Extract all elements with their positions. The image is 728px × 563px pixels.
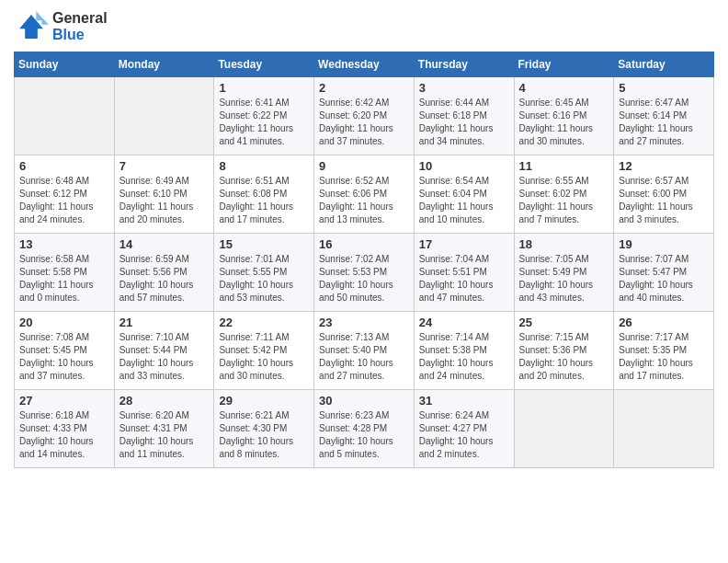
logo-icon <box>14 9 49 44</box>
day-info: Sunrise: 6:42 AM Sunset: 6:20 PM Dayligh… <box>319 97 409 148</box>
calendar-cell: 28Sunrise: 6:20 AM Sunset: 4:31 PM Dayli… <box>114 390 214 468</box>
day-number: 8 <box>219 159 309 173</box>
day-number: 12 <box>619 159 709 173</box>
calendar-cell: 18Sunrise: 7:05 AM Sunset: 5:49 PM Dayli… <box>514 234 614 312</box>
calendar-cell: 24Sunrise: 7:14 AM Sunset: 5:38 PM Dayli… <box>414 312 514 390</box>
day-number: 20 <box>19 316 109 329</box>
day-number: 26 <box>619 316 709 329</box>
calendar-cell: 27Sunrise: 6:18 AM Sunset: 4:33 PM Dayli… <box>15 390 115 468</box>
day-info: Sunrise: 6:51 AM Sunset: 6:08 PM Dayligh… <box>219 175 309 226</box>
calendar-container: General Blue SundayMondayTuesdayWednesda… <box>0 0 728 482</box>
calendar-cell: 10Sunrise: 6:54 AM Sunset: 6:04 PM Dayli… <box>414 155 514 234</box>
calendar-cell: 8Sunrise: 6:51 AM Sunset: 6:08 PM Daylig… <box>214 155 314 234</box>
day-number: 2 <box>319 81 409 95</box>
day-of-week-header: Friday <box>514 52 614 77</box>
day-info: Sunrise: 6:58 AM Sunset: 5:58 PM Dayligh… <box>19 253 109 304</box>
day-number: 5 <box>619 81 709 95</box>
day-info: Sunrise: 6:59 AM Sunset: 5:56 PM Dayligh… <box>119 253 210 304</box>
calendar-cell: 13Sunrise: 6:58 AM Sunset: 5:58 PM Dayli… <box>15 234 115 312</box>
calendar-header-row: SundayMondayTuesdayWednesdayThursdayFrid… <box>15 52 714 77</box>
day-number: 17 <box>419 237 509 251</box>
logo-text: General Blue <box>52 10 108 42</box>
calendar-header: General Blue <box>14 9 714 44</box>
calendar-cell: 19Sunrise: 7:07 AM Sunset: 5:47 PM Dayli… <box>614 234 714 312</box>
day-info: Sunrise: 6:54 AM Sunset: 6:04 PM Dayligh… <box>419 175 509 226</box>
day-info: Sunrise: 7:13 AM Sunset: 5:40 PM Dayligh… <box>319 331 409 383</box>
day-number: 3 <box>419 81 509 95</box>
day-info: Sunrise: 6:41 AM Sunset: 6:22 PM Dayligh… <box>219 97 309 148</box>
calendar-cell: 15Sunrise: 7:01 AM Sunset: 5:55 PM Dayli… <box>214 234 314 312</box>
logo-blue: Blue <box>52 27 108 43</box>
day-number: 9 <box>319 159 409 173</box>
day-of-week-header: Sunday <box>15 52 115 77</box>
calendar-cell: 11Sunrise: 6:55 AM Sunset: 6:02 PM Dayli… <box>514 155 614 234</box>
day-number: 29 <box>219 394 309 408</box>
day-number: 4 <box>519 81 609 95</box>
calendar-cell: 6Sunrise: 6:48 AM Sunset: 6:12 PM Daylig… <box>15 155 115 234</box>
day-info: Sunrise: 7:08 AM Sunset: 5:45 PM Dayligh… <box>19 331 109 383</box>
calendar-cell: 23Sunrise: 7:13 AM Sunset: 5:40 PM Dayli… <box>314 312 415 390</box>
calendar-week-row: 6Sunrise: 6:48 AM Sunset: 6:12 PM Daylig… <box>15 155 714 234</box>
calendar-cell: 21Sunrise: 7:10 AM Sunset: 5:44 PM Dayli… <box>114 312 214 390</box>
day-info: Sunrise: 6:52 AM Sunset: 6:06 PM Dayligh… <box>319 175 409 226</box>
calendar-cell: 30Sunrise: 6:23 AM Sunset: 4:28 PM Dayli… <box>314 390 415 468</box>
day-info: Sunrise: 6:57 AM Sunset: 6:00 PM Dayligh… <box>619 175 709 226</box>
day-of-week-header: Wednesday <box>314 52 415 77</box>
calendar-cell: 31Sunrise: 6:24 AM Sunset: 4:27 PM Dayli… <box>414 390 514 468</box>
day-number: 31 <box>419 394 509 408</box>
day-number: 22 <box>219 316 309 329</box>
calendar-cell <box>614 390 714 468</box>
day-of-week-header: Saturday <box>614 52 714 77</box>
calendar-cell: 4Sunrise: 6:45 AM Sunset: 6:16 PM Daylig… <box>514 77 614 155</box>
calendar-cell <box>514 390 614 468</box>
calendar-cell: 29Sunrise: 6:21 AM Sunset: 4:30 PM Dayli… <box>214 390 314 468</box>
calendar-cell <box>15 77 115 155</box>
calendar-week-row: 13Sunrise: 6:58 AM Sunset: 5:58 PM Dayli… <box>15 234 714 312</box>
day-number: 15 <box>219 237 309 251</box>
day-info: Sunrise: 7:15 AM Sunset: 5:36 PM Dayligh… <box>519 331 609 383</box>
day-info: Sunrise: 6:47 AM Sunset: 6:14 PM Dayligh… <box>619 97 709 148</box>
day-info: Sunrise: 7:05 AM Sunset: 5:49 PM Dayligh… <box>519 253 609 304</box>
calendar-cell: 3Sunrise: 6:44 AM Sunset: 6:18 PM Daylig… <box>414 77 514 155</box>
calendar-table: SundayMondayTuesdayWednesdayThursdayFrid… <box>14 52 714 468</box>
day-number: 10 <box>419 159 509 173</box>
calendar-cell: 12Sunrise: 6:57 AM Sunset: 6:00 PM Dayli… <box>614 155 714 234</box>
day-of-week-header: Tuesday <box>214 52 314 77</box>
day-number: 19 <box>619 237 709 251</box>
svg-marker-1 <box>36 11 49 24</box>
day-info: Sunrise: 7:01 AM Sunset: 5:55 PM Dayligh… <box>219 253 309 304</box>
calendar-week-row: 27Sunrise: 6:18 AM Sunset: 4:33 PM Dayli… <box>15 390 714 468</box>
day-number: 27 <box>19 394 109 408</box>
day-info: Sunrise: 7:11 AM Sunset: 5:42 PM Dayligh… <box>219 331 309 383</box>
day-number: 25 <box>519 316 609 329</box>
day-of-week-header: Thursday <box>414 52 514 77</box>
day-number: 13 <box>19 237 109 251</box>
calendar-week-row: 20Sunrise: 7:08 AM Sunset: 5:45 PM Dayli… <box>15 312 714 390</box>
day-number: 7 <box>119 159 210 173</box>
calendar-cell: 26Sunrise: 7:17 AM Sunset: 5:35 PM Dayli… <box>614 312 714 390</box>
day-info: Sunrise: 6:24 AM Sunset: 4:27 PM Dayligh… <box>419 409 509 461</box>
day-number: 21 <box>119 316 210 329</box>
calendar-cell: 14Sunrise: 6:59 AM Sunset: 5:56 PM Dayli… <box>114 234 214 312</box>
day-number: 14 <box>119 237 210 251</box>
calendar-cell: 17Sunrise: 7:04 AM Sunset: 5:51 PM Dayli… <box>414 234 514 312</box>
calendar-cell: 9Sunrise: 6:52 AM Sunset: 6:06 PM Daylig… <box>314 155 415 234</box>
calendar-cell: 2Sunrise: 6:42 AM Sunset: 6:20 PM Daylig… <box>314 77 415 155</box>
day-info: Sunrise: 6:20 AM Sunset: 4:31 PM Dayligh… <box>119 409 210 461</box>
day-number: 28 <box>119 394 210 408</box>
day-info: Sunrise: 7:17 AM Sunset: 5:35 PM Dayligh… <box>619 331 709 383</box>
day-info: Sunrise: 6:49 AM Sunset: 6:10 PM Dayligh… <box>119 175 210 226</box>
day-info: Sunrise: 7:02 AM Sunset: 5:53 PM Dayligh… <box>319 253 409 304</box>
day-number: 30 <box>319 394 409 408</box>
calendar-cell: 5Sunrise: 6:47 AM Sunset: 6:14 PM Daylig… <box>614 77 714 155</box>
day-number: 24 <box>419 316 509 329</box>
calendar-week-row: 1Sunrise: 6:41 AM Sunset: 6:22 PM Daylig… <box>15 77 714 155</box>
calendar-cell: 16Sunrise: 7:02 AM Sunset: 5:53 PM Dayli… <box>314 234 415 312</box>
day-info: Sunrise: 6:21 AM Sunset: 4:30 PM Dayligh… <box>219 409 309 461</box>
logo-general: General <box>52 10 108 27</box>
day-info: Sunrise: 6:44 AM Sunset: 6:18 PM Dayligh… <box>419 97 509 148</box>
day-number: 11 <box>519 159 609 173</box>
day-info: Sunrise: 7:04 AM Sunset: 5:51 PM Dayligh… <box>419 253 509 304</box>
calendar-cell: 22Sunrise: 7:11 AM Sunset: 5:42 PM Dayli… <box>214 312 314 390</box>
day-number: 1 <box>219 81 309 95</box>
